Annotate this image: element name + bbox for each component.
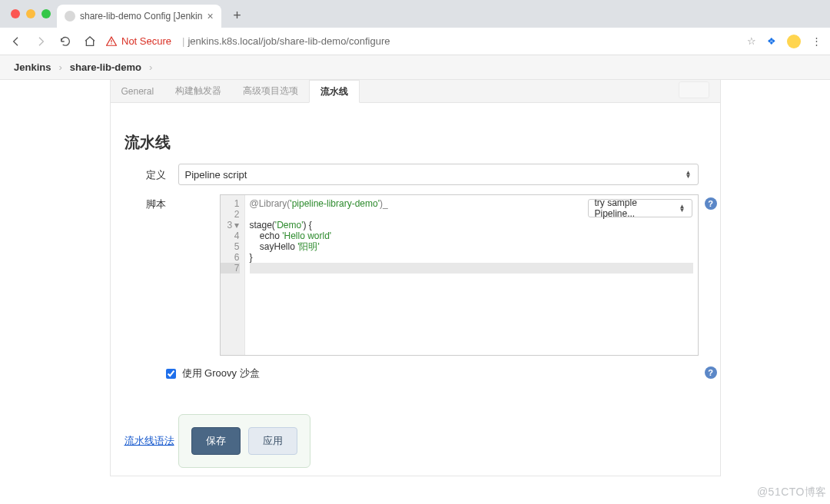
config-tabs: General 构建触发器 高级项目选项 流水线 xyxy=(111,80,720,103)
new-tab-button[interactable]: + xyxy=(227,5,247,25)
tab-title: share-lib-demo Config [Jenkin xyxy=(80,11,202,22)
save-button[interactable]: 保存 xyxy=(191,427,241,455)
minimize-window-icon[interactable] xyxy=(26,9,35,18)
sandbox-checkbox[interactable] xyxy=(166,369,176,379)
maximize-window-icon[interactable] xyxy=(42,9,51,18)
breadcrumb: Jenkins › share-lib-demo › xyxy=(0,55,830,80)
browser-tab-strip: share-lib-demo Config [Jenkin × + xyxy=(0,0,830,28)
not-secure-label: Not Secure xyxy=(121,35,171,47)
browser-tab[interactable]: share-lib-demo Config [Jenkin × xyxy=(57,5,221,28)
bookmark-icon[interactable]: ☆ xyxy=(747,35,756,47)
definition-value: Pipeline script xyxy=(185,169,247,181)
code-area[interactable]: @Library('pipeline-library-demo')_stage(… xyxy=(245,195,698,355)
sample-pipeline-select[interactable]: try sample Pipeline... ▲▼ xyxy=(588,199,692,217)
chevron-updown-icon: ▲▼ xyxy=(679,204,686,212)
tab-general[interactable]: General xyxy=(111,80,165,102)
definition-select[interactable]: Pipeline script ▲▼ xyxy=(178,164,699,185)
script-label: 脚本 xyxy=(124,194,178,211)
section-title: 流水线 xyxy=(124,132,699,153)
pipeline-syntax-link[interactable]: 流水线语法 xyxy=(124,434,174,448)
line-gutter: 123 ▾4567 xyxy=(221,195,245,355)
close-tab-icon[interactable]: × xyxy=(207,10,213,22)
back-button[interactable] xyxy=(8,33,25,50)
reload-button[interactable] xyxy=(57,33,74,50)
menu-icon[interactable]: ⋮ xyxy=(812,35,822,47)
sandbox-label: 使用 Groovy 沙盒 xyxy=(182,366,260,380)
tab-build-triggers[interactable]: 构建触发器 xyxy=(164,80,232,102)
chevron-right-icon: › xyxy=(58,61,61,73)
close-window-icon[interactable] xyxy=(11,9,20,18)
chevron-updown-icon: ▲▼ xyxy=(686,171,692,178)
window-controls xyxy=(6,9,51,18)
jenkins-favicon xyxy=(65,11,75,22)
extension-icon[interactable]: ❖ xyxy=(767,35,776,47)
home-button[interactable] xyxy=(81,33,98,50)
profile-avatar[interactable] xyxy=(787,35,801,48)
address-bar[interactable]: |jenkins.k8s.local/job/share-lib-demo/co… xyxy=(179,35,390,47)
config-panel: General 构建触发器 高级项目选项 流水线 流水线 定义 Pipeline… xyxy=(110,80,721,476)
tab-pipeline[interactable]: 流水线 xyxy=(309,80,360,103)
security-indicator[interactable]: Not Secure xyxy=(106,35,171,47)
forward-button[interactable] xyxy=(32,33,49,50)
warning-icon xyxy=(106,36,117,47)
watermark: @51CTO博客 xyxy=(757,486,827,499)
crumb-job[interactable]: share-lib-demo xyxy=(70,61,141,73)
browser-toolbar: Not Secure |jenkins.k8s.local/job/share-… xyxy=(0,28,830,55)
chevron-right-icon: › xyxy=(149,61,152,73)
tab-advanced[interactable]: 高级项目选项 xyxy=(232,80,309,102)
action-footer: 保存 应用 xyxy=(178,414,310,468)
help-icon[interactable]: ? xyxy=(705,197,717,210)
disabled-button xyxy=(679,81,709,98)
help-icon[interactable]: ? xyxy=(705,366,717,379)
crumb-root[interactable]: Jenkins xyxy=(14,61,51,73)
apply-button[interactable]: 应用 xyxy=(248,427,297,455)
definition-label: 定义 xyxy=(124,164,178,182)
